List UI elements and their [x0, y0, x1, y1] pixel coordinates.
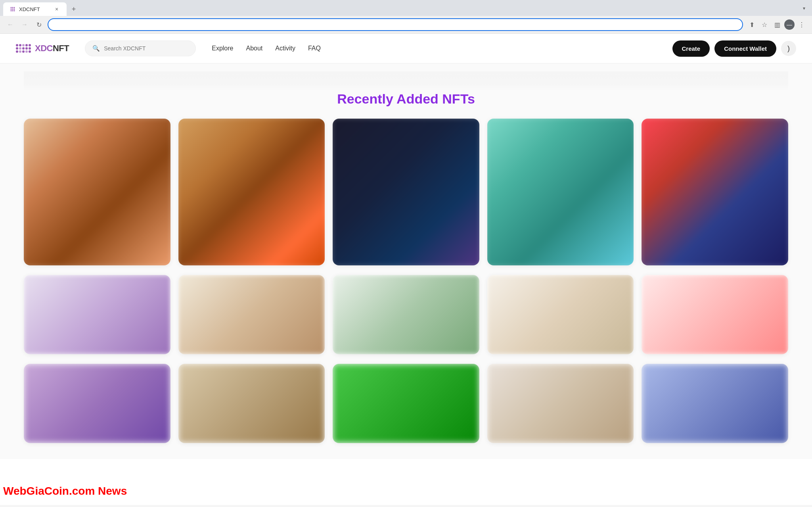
- nft-card-1[interactable]: [24, 119, 170, 265]
- share-icon: ⬆: [749, 21, 755, 29]
- svg-point-3: [11, 9, 12, 10]
- browser-chrome: XDCNFT × + ▾ ← → ↻ ⬆ ☆: [0, 0, 812, 34]
- tab-chevron-icon[interactable]: ▾: [799, 4, 809, 13]
- svg-point-2: [14, 7, 15, 8]
- svg-point-4: [12, 9, 13, 10]
- address-input[interactable]: [54, 21, 737, 28]
- sidebar-icon: ▥: [774, 21, 780, 29]
- nft-card-10[interactable]: [642, 275, 788, 354]
- nft-image-4: [487, 119, 634, 265]
- nft-image-9: [487, 275, 634, 354]
- new-tab-button[interactable]: +: [68, 4, 79, 15]
- nft-card-r3-3[interactable]: [333, 364, 479, 443]
- bookmark-icon: ☆: [762, 21, 767, 29]
- theme-icon: ): [787, 44, 790, 53]
- nft-card-3[interactable]: [333, 119, 479, 265]
- create-button[interactable]: Create: [672, 40, 710, 57]
- svg-point-8: [14, 10, 15, 12]
- browser-tab-bar: XDCNFT × + ▾: [0, 0, 812, 16]
- nft-image-2: [178, 119, 325, 265]
- nft-card-7[interactable]: [178, 275, 325, 354]
- forward-button[interactable]: →: [19, 19, 30, 30]
- nft-card-8[interactable]: [333, 275, 479, 354]
- menu-icon: ⋮: [799, 21, 805, 29]
- logo-text: XDCNFT: [35, 43, 69, 54]
- profile-avatar[interactable]: —: [784, 19, 795, 30]
- bookmark-button[interactable]: ☆: [759, 19, 770, 30]
- nft-card-2[interactable]: [178, 119, 325, 265]
- nft-image-r3-3: [333, 364, 479, 443]
- nft-grid-row2: [24, 275, 788, 354]
- svg-point-7: [12, 10, 13, 12]
- hero-blur-area: [24, 71, 788, 91]
- logo-xdc: XDC: [35, 43, 53, 53]
- nft-image-3: [333, 119, 479, 265]
- reload-icon: ↻: [36, 21, 42, 29]
- navbar: XDCNFT 🔍 Explore About Activity FAQ Crea…: [0, 34, 812, 63]
- sidebar-button[interactable]: ▥: [772, 19, 783, 30]
- nft-image-10: [642, 275, 788, 354]
- nft-image-8: [333, 275, 479, 354]
- nav-link-activity[interactable]: Activity: [275, 45, 295, 52]
- svg-point-0: [11, 7, 12, 8]
- nft-image-1: [24, 119, 170, 265]
- connect-wallet-button[interactable]: Connect Wallet: [714, 40, 776, 57]
- nft-image-7: [178, 275, 325, 354]
- nav-link-about[interactable]: About: [246, 45, 262, 52]
- nft-card-5[interactable]: [642, 119, 788, 265]
- page-content: XDCNFT 🔍 Explore About Activity FAQ Crea…: [0, 34, 812, 505]
- search-input[interactable]: [104, 45, 188, 52]
- browser-tab-controls: ▾: [799, 4, 809, 15]
- theme-toggle-button[interactable]: ): [781, 41, 796, 56]
- logo-dots-icon: [16, 44, 31, 53]
- logo[interactable]: XDCNFT: [16, 43, 69, 54]
- nav-actions: Create Connect Wallet ): [672, 40, 797, 57]
- logo-nft: NFT: [53, 43, 69, 53]
- search-icon: 🔍: [92, 45, 100, 52]
- profile-icon: —: [787, 21, 792, 28]
- nft-image-r3-5: [642, 364, 788, 443]
- nft-card-6[interactable]: [24, 275, 170, 354]
- menu-button[interactable]: ⋮: [796, 19, 807, 30]
- nav-links: Explore About Activity FAQ: [212, 45, 321, 52]
- nav-link-explore[interactable]: Explore: [212, 45, 233, 52]
- svg-point-6: [11, 10, 12, 12]
- nft-image-r3-2: [178, 364, 325, 443]
- back-button[interactable]: ←: [5, 19, 16, 30]
- main-content: Recently Added NFTs: [0, 63, 812, 459]
- back-icon: ←: [7, 21, 13, 28]
- svg-point-1: [12, 7, 13, 8]
- nft-card-4[interactable]: [487, 119, 634, 265]
- nft-card-r3-1[interactable]: [24, 364, 170, 443]
- browser-tab-active[interactable]: XDCNFT ×: [3, 2, 67, 16]
- tab-title: XDCNFT: [19, 6, 50, 12]
- nav-link-faq[interactable]: FAQ: [308, 45, 321, 52]
- nft-card-9[interactable]: [487, 275, 634, 354]
- nft-grid-row3: [24, 364, 788, 443]
- search-bar[interactable]: 🔍: [85, 40, 196, 56]
- nft-image-6: [24, 275, 170, 354]
- toolbar-actions: ⬆ ☆ ▥ — ⋮: [746, 19, 807, 30]
- nft-card-r3-2[interactable]: [178, 364, 325, 443]
- svg-point-5: [14, 9, 15, 10]
- address-bar[interactable]: [48, 18, 743, 31]
- nft-image-r3-4: [487, 364, 634, 443]
- tab-favicon: [10, 6, 16, 12]
- nft-grid-row1: [24, 119, 788, 265]
- browser-toolbar: ← → ↻ ⬆ ☆ ▥ — ⋮: [0, 16, 812, 33]
- tab-close-icon[interactable]: ×: [53, 6, 60, 13]
- nft-card-r3-4[interactable]: [487, 364, 634, 443]
- nft-card-r3-5[interactable]: [642, 364, 788, 443]
- reload-button[interactable]: ↻: [33, 19, 44, 30]
- share-button[interactable]: ⬆: [746, 19, 757, 30]
- nft-image-r3-1: [24, 364, 170, 443]
- nft-image-5: [642, 119, 788, 265]
- forward-icon: →: [21, 21, 28, 28]
